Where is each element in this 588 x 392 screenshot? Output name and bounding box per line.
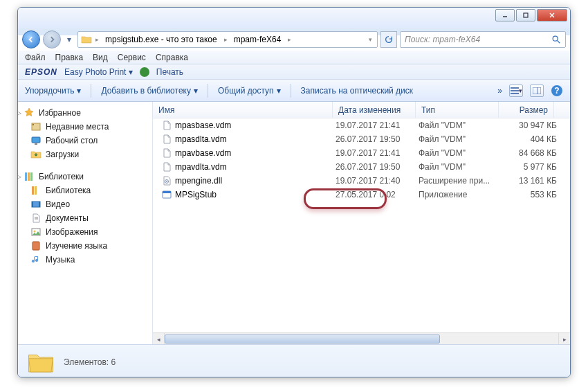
file-date: 19.07.2017 21:41 bbox=[336, 121, 419, 130]
sidebar-item-recent[interactable]: Недавние места bbox=[18, 120, 152, 134]
chevron-right-icon: ▸ bbox=[222, 36, 230, 43]
sidebar-item-video[interactable]: Видео bbox=[18, 197, 152, 211]
close-button[interactable] bbox=[537, 9, 567, 21]
preview-pane-button[interactable] bbox=[530, 84, 544, 97]
file-size: 84 668 КБ bbox=[502, 148, 557, 158]
forward-button[interactable] bbox=[43, 30, 61, 48]
svg-rect-6 bbox=[511, 87, 519, 89]
downloads-icon bbox=[30, 149, 42, 160]
video-icon bbox=[30, 199, 42, 210]
col-name[interactable]: Имя bbox=[153, 102, 333, 118]
file-name: mpavdlta.vdm bbox=[175, 162, 336, 172]
file-size: 404 КБ bbox=[502, 134, 557, 144]
sidebar-item-pictures[interactable]: Изображения bbox=[18, 225, 152, 239]
menu-help[interactable]: Справка bbox=[156, 53, 188, 62]
chevron-right-icon: ▸ bbox=[93, 36, 101, 43]
horizontal-scrollbar[interactable]: ◂ ▸ bbox=[153, 332, 570, 344]
burn-button[interactable]: Записать на оптический диск bbox=[301, 86, 414, 96]
file-type: Файл "VDM" bbox=[419, 148, 502, 158]
file-size: 13 161 КБ bbox=[502, 176, 557, 186]
chevron-down-icon[interactable]: ▾ bbox=[367, 36, 374, 43]
more-icon[interactable]: » bbox=[497, 86, 502, 96]
file-size: 30 947 КБ bbox=[502, 121, 557, 130]
status-bar: Элементов: 6 bbox=[18, 344, 570, 377]
maximize-button[interactable] bbox=[516, 9, 535, 21]
breadcrumb-segment[interactable]: mpam-feX64 bbox=[231, 35, 285, 44]
svg-rect-18 bbox=[28, 172, 30, 181]
svg-rect-29 bbox=[33, 242, 39, 250]
menu-view[interactable]: Вид bbox=[93, 53, 108, 62]
scroll-left-icon[interactable]: ◂ bbox=[153, 333, 165, 344]
print-icon bbox=[140, 67, 149, 77]
svg-rect-17 bbox=[25, 172, 27, 181]
easy-photo-print-button[interactable]: Easy Photo Print ▾ bbox=[64, 67, 133, 77]
column-headers: Имя Дата изменения Тип Размер bbox=[153, 102, 570, 118]
help-icon[interactable]: ? bbox=[551, 84, 563, 97]
table-row[interactable]: mpasbase.vdm19.07.2017 21:41Файл "VDM"30… bbox=[153, 118, 570, 132]
epson-logo: EPSON bbox=[25, 67, 57, 77]
file-name: mpengine.dll bbox=[175, 176, 336, 186]
table-row[interactable]: mpengine.dll19.07.2017 21:40Расширение п… bbox=[153, 174, 570, 188]
address-bar-row: ▾ ▸ mpsigstub.exe - что это такое ▸ mpam… bbox=[18, 28, 570, 51]
svg-rect-33 bbox=[163, 191, 171, 193]
table-row[interactable]: MPSigStub27.05.2017 0:02Приложение553 КБ bbox=[153, 188, 570, 202]
file-date: 19.07.2017 21:40 bbox=[336, 176, 419, 186]
file-type: Файл "VDM" bbox=[419, 162, 502, 172]
svg-point-28 bbox=[34, 231, 36, 233]
col-date[interactable]: Дата изменения bbox=[333, 102, 416, 118]
chevron-right-icon: ▸ bbox=[286, 36, 293, 43]
recent-icon bbox=[30, 121, 42, 132]
svg-point-4 bbox=[553, 36, 558, 41]
sidebar-item-documents[interactable]: Документы bbox=[18, 211, 152, 225]
svg-point-31 bbox=[166, 181, 167, 182]
back-button[interactable] bbox=[22, 30, 40, 48]
menu-edit[interactable]: Правка bbox=[55, 53, 84, 62]
file-date: 26.07.2017 19:50 bbox=[336, 134, 419, 144]
file-size: 553 КБ bbox=[502, 190, 557, 199]
recent-dropdown[interactable]: ▾ bbox=[64, 34, 75, 45]
svg-rect-7 bbox=[511, 90, 519, 91]
search-input[interactable]: Поиск: mpam-feX64 bbox=[400, 31, 566, 48]
libraries-icon bbox=[24, 171, 35, 182]
col-size[interactable]: Размер bbox=[499, 102, 554, 118]
svg-rect-16 bbox=[35, 143, 37, 145]
sidebar-item-music[interactable]: Музыка bbox=[18, 253, 152, 267]
libraries-group[interactable]: ▷Библиотеки bbox=[18, 170, 152, 184]
breadcrumb-segment[interactable]: mpsigstub.exe - что это такое bbox=[102, 35, 221, 44]
favorites-group[interactable]: ▷Избранное bbox=[18, 106, 152, 120]
breadcrumb[interactable]: ▸ mpsigstub.exe - что это такое ▸ mpam-f… bbox=[77, 31, 378, 48]
sidebar-item-language[interactable]: Изучение языка bbox=[18, 239, 152, 253]
refresh-button[interactable] bbox=[380, 31, 397, 48]
status-text: Элементов: 6 bbox=[64, 357, 116, 367]
scroll-right-icon[interactable]: ▸ bbox=[558, 333, 570, 344]
file-name: MPSigStub bbox=[175, 190, 336, 199]
table-row[interactable]: mpasdlta.vdm26.07.2017 19:50Файл "VDM"40… bbox=[153, 132, 570, 146]
svg-rect-9 bbox=[533, 87, 541, 94]
menu-tools[interactable]: Сервис bbox=[118, 53, 146, 62]
col-type[interactable]: Тип bbox=[416, 102, 499, 118]
documents-icon bbox=[30, 213, 42, 224]
sidebar-item-library[interactable]: Библиотека bbox=[18, 184, 152, 197]
svg-rect-20 bbox=[32, 186, 34, 195]
table-row[interactable]: mpavbase.vdm19.07.2017 21:41Файл "VDM"84… bbox=[153, 146, 570, 160]
minimize-button[interactable] bbox=[495, 9, 515, 21]
svg-text:?: ? bbox=[554, 86, 559, 96]
file-type: Файл "VDM" bbox=[419, 134, 502, 144]
svg-rect-21 bbox=[35, 186, 37, 195]
svg-rect-23 bbox=[32, 202, 33, 207]
navigation-pane: ▷Избранное Недавние места Рабочий стол З… bbox=[18, 102, 153, 344]
library-icon bbox=[30, 185, 42, 196]
svg-rect-8 bbox=[511, 93, 519, 94]
add-to-library-button[interactable]: Добавить в библиотеку ▾ bbox=[101, 86, 198, 96]
sidebar-item-downloads[interactable]: Загрузки bbox=[18, 148, 152, 161]
sidebar-item-desktop[interactable]: Рабочий стол bbox=[18, 134, 152, 148]
scroll-thumb[interactable] bbox=[165, 335, 440, 344]
view-mode-button[interactable]: ▾ bbox=[509, 84, 523, 97]
share-button[interactable]: Общий доступ ▾ bbox=[218, 86, 281, 96]
desktop-icon bbox=[30, 135, 42, 146]
organize-button[interactable]: Упорядочить ▾ bbox=[25, 86, 81, 96]
menu-file[interactable]: Файл bbox=[25, 53, 46, 62]
file-name: mpasbase.vdm bbox=[175, 121, 336, 130]
table-row[interactable]: mpavdlta.vdm26.07.2017 19:50Файл "VDM"5 … bbox=[153, 160, 570, 174]
print-button[interactable]: Печать bbox=[156, 67, 183, 77]
